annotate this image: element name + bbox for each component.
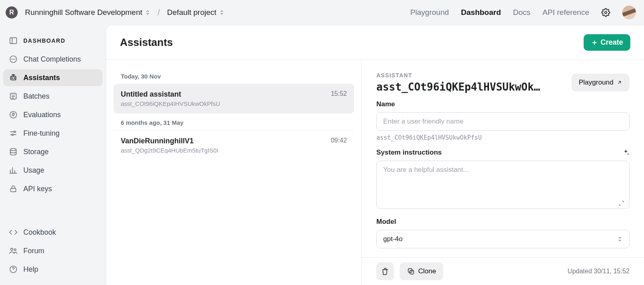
list-group-label: Today, 30 Nov [114, 67, 354, 84]
model-label: Model [376, 218, 630, 226]
expand-icon[interactable] [618, 200, 625, 207]
svg-point-0 [605, 11, 607, 14]
sidebar-item-label: Usage [23, 166, 44, 175]
list-group-label: 6 months ago, 31 May [114, 114, 354, 130]
sidebar-item-label: Storage [23, 148, 49, 156]
chevron-up-down-icon [219, 10, 225, 15]
svg-point-4 [13, 59, 14, 60]
robot-icon [9, 73, 18, 82]
svg-point-13 [10, 149, 17, 151]
nav-playground[interactable]: Playground [410, 8, 449, 17]
open-playground-button[interactable]: Playground [572, 74, 630, 91]
database-icon [9, 147, 18, 156]
sidebar-item-label: Fine-tuning [23, 129, 60, 138]
assistant-detail: ASSISTANT asst_COt96iQKEp4lHVSUkwOk… Pla… [362, 60, 644, 285]
assistant-name: Untitled assistant [121, 90, 220, 99]
breadcrumb-org[interactable]: Runninghill Software Development [22, 6, 154, 19]
nav-api-reference[interactable]: API reference [543, 8, 589, 17]
sidebar-item-cookbook[interactable]: Cookbook [3, 224, 103, 241]
code-icon [9, 228, 18, 237]
bar-chart-icon [9, 166, 18, 175]
svg-point-15 [11, 248, 13, 251]
svg-point-16 [14, 249, 16, 251]
panel-icon [9, 36, 18, 45]
sparkle-icon[interactable] [622, 149, 630, 156]
svg-point-12 [12, 134, 13, 136]
external-link-icon [617, 80, 622, 85]
assistant-list: Today, 30 Nov Untitled assistant asst_CO… [106, 60, 362, 285]
assistant-name: VanDieRunninghillV1 [121, 137, 219, 145]
topbar: R Runninghill Software Development / Def… [0, 0, 644, 25]
main-header: Assistants Create [106, 25, 644, 60]
users-icon [9, 246, 18, 255]
sidebar-item-label: Chat Completions [23, 55, 81, 64]
sidebar-item-batches[interactable]: Batches [3, 88, 103, 105]
sliders-icon [9, 129, 18, 138]
sidebar-item-label: API keys [23, 185, 52, 193]
sidebar: DASHBOARD Chat Completions Assistants Ba… [0, 25, 106, 285]
page-title: Assistants [120, 36, 173, 49]
sidebar-item-usage[interactable]: Usage [3, 162, 103, 179]
name-input[interactable] [376, 112, 630, 131]
breadcrumb-separator: / [157, 8, 161, 17]
sidebar-item-label: Batches [23, 92, 50, 101]
assistant-time: 09:42 [331, 137, 347, 144]
svg-point-7 [12, 78, 12, 78]
sidebar-item-fine-tuning[interactable]: Fine-tuning [3, 125, 103, 142]
svg-point-11 [14, 131, 16, 133]
chevron-up-down-icon [617, 236, 623, 242]
sidebar-item-storage[interactable]: Storage [3, 143, 103, 160]
name-hint: asst_COt96iQKEp4lHVSUkwOkPfsU [376, 134, 630, 141]
topnav: Playground Dashboard Docs API reference [410, 6, 636, 19]
nav-dashboard[interactable]: Dashboard [461, 8, 501, 17]
sidebar-item-label: Cookbook [23, 228, 56, 237]
sidebar-item-help[interactable]: Help [3, 261, 103, 278]
org-avatar[interactable]: R [6, 6, 18, 19]
model-select[interactable]: gpt-4o [376, 230, 630, 248]
delete-button[interactable] [376, 262, 394, 280]
system-instructions-label: System instructions [376, 149, 630, 157]
sidebar-header-label: DASHBOARD [23, 37, 66, 44]
sidebar-item-label: Help [23, 265, 38, 274]
system-instructions-input[interactable] [376, 161, 630, 209]
breadcrumb-project[interactable]: Default project [164, 6, 228, 19]
list-icon [9, 92, 18, 101]
detail-footer: Clone Updated 30/11, 15:52 [362, 257, 644, 285]
sidebar-header[interactable]: DASHBOARD [3, 32, 103, 49]
assistant-id: asst_COt96iQKEp4IHVSUkwOkPfsU [121, 100, 220, 107]
sidebar-item-evaluations[interactable]: Evaluations [3, 106, 103, 123]
svg-rect-1 [10, 38, 17, 44]
svg-rect-14 [11, 188, 16, 192]
nav-docs[interactable]: Docs [513, 8, 530, 17]
assistant-row[interactable]: VanDieRunninghillV1 asst_QDg2t9CEq4HUbEm… [114, 130, 354, 160]
trash-icon [381, 267, 389, 275]
detail-assistant-id: asst_COt96iQKEp4lHVSUkwOk… [376, 81, 540, 93]
assistant-id: asst_QDg2t9CEq4HUbEm5tuTgIS0I [121, 147, 219, 154]
open-playground-label: Playground [579, 78, 613, 87]
svg-point-8 [14, 78, 15, 78]
sidebar-item-assistants[interactable]: Assistants [3, 69, 103, 86]
clone-button-label: Clone [418, 267, 436, 275]
plus-icon [591, 39, 598, 46]
assistant-row[interactable]: Untitled assistant asst_COt96iQKEp4IHVSU… [114, 84, 354, 114]
chevron-up-down-icon [145, 10, 151, 15]
model-select-value: gpt-4o [383, 235, 402, 243]
clone-button[interactable]: Clone [400, 262, 443, 280]
breadcrumb-org-label: Runninghill Software Development [25, 8, 142, 17]
svg-point-10 [10, 112, 17, 118]
main-panel: Assistants Create Today, 30 Nov Untitled… [106, 25, 644, 285]
sidebar-item-api-keys[interactable]: API keys [3, 180, 103, 197]
profile-avatar[interactable] [622, 6, 636, 19]
chat-icon [9, 55, 18, 64]
create-button[interactable]: Create [584, 34, 630, 51]
sidebar-item-forum[interactable]: Forum [3, 242, 103, 259]
help-icon [9, 265, 18, 274]
sidebar-item-chat-completions[interactable]: Chat Completions [3, 51, 103, 68]
gear-icon[interactable] [601, 8, 610, 17]
name-label: Name [376, 100, 630, 108]
assistant-time: 15:52 [331, 90, 347, 97]
copy-icon [407, 267, 415, 275]
sidebar-item-label: Forum [23, 247, 44, 255]
sidebar-item-label: Evaluations [23, 111, 61, 119]
compass-icon [9, 110, 18, 119]
